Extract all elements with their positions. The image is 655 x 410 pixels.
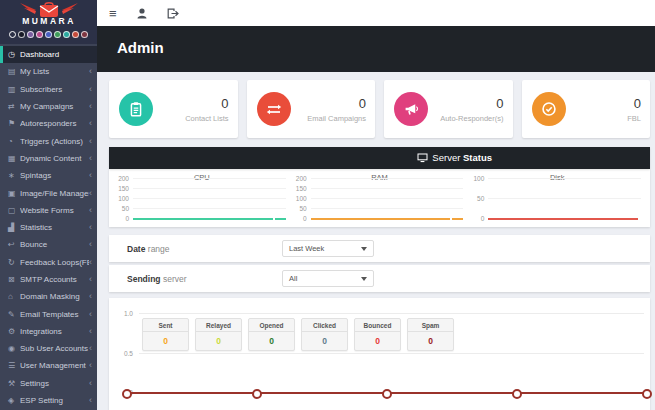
stat-label: Clicked [302,319,347,332]
gauge-icon: ◷ [8,50,20,59]
stat-box-opened[interactable]: Opened0 [248,318,295,351]
sidebar-item-label: Sub User Accounts [20,344,89,353]
card-fbl[interactable]: 0 FBL [522,80,651,138]
sidebar-item-label: SMTP Accounts [20,275,89,284]
sidebar-item-label: Autoresponders [20,119,89,128]
filters: Date range Last Week Sending server All [109,235,650,292]
card-contact-lists[interactable]: 0 Contact Lists [109,80,238,138]
chart-point[interactable] [512,389,522,399]
y-tick: 50 [113,205,129,212]
sending-server-label: Sending server [127,274,187,284]
users-icon: ☰ [8,361,20,370]
sidebar-item-website-forms[interactable]: ▢Website Forms [0,202,97,219]
chevron-left-icon [89,67,92,76]
sidebar-item-spintags[interactable]: ∗Spintags [0,167,97,184]
sidebar-item-esp-setting[interactable]: ◈ESP Setting [0,392,97,409]
megaphone-icon [394,92,428,126]
chart-point[interactable] [382,389,392,399]
ram-chart: RAM 200 150 100 50 0 [291,172,469,223]
sidebar-item-label: My Lists [20,67,89,76]
chevron-left-icon [89,119,92,128]
brand-logo[interactable]: MUMARA [0,0,97,44]
stats-boxes: Sent0 Relayed0 Opened0 Clicked0 Bounced0… [142,318,454,351]
stat-value: 0 [408,332,453,350]
contacts-icon: ▥ [8,85,20,94]
chart-point[interactable] [642,389,652,399]
stat-box-spam[interactable]: Spam0 [407,318,454,351]
stat-value: 0 [249,332,294,350]
card-value: 0 [428,96,504,111]
sidebar-item-sub-user-accounts[interactable]: ◉Sub User Accounts [0,340,97,357]
chart-point[interactable] [122,389,132,399]
clock-icon: ◔ [8,137,20,146]
stat-label: Relayed [196,319,241,332]
server-status-title: Server Status [432,152,492,163]
summary-cards: 0 Contact Lists 0 Email Campaigns 0 [109,80,650,138]
y-tick: 100 [113,195,129,202]
y-tick: 200 [113,175,129,182]
sidebar-item-autoresponders[interactable]: ⚑Autoresponders [0,115,97,132]
bar-chart-icon: ▟ [8,223,20,232]
sidebar-item-dynamic-content[interactable]: ▦Dynamic Content [0,150,97,167]
sidebar-item-bounce[interactable]: ↩Bounce [0,236,97,253]
color-swatch[interactable] [72,31,79,38]
stat-value: 0 [302,332,347,350]
date-range-select[interactable]: Last Week [282,240,374,257]
tools-icon: ⚒ [8,379,20,388]
sidebar-item-settings[interactable]: ⚒Settings [0,375,97,392]
sidebar-item-my-campaigns[interactable]: ⇄My Campaigns [0,98,97,115]
color-swatch[interactable] [45,31,52,38]
color-swatch[interactable] [27,31,34,38]
sidebar-item-label: Image/File Manager [20,189,89,198]
sidebar-item-subscribers[interactable]: ▥Subscribers [0,81,97,98]
chevron-left-icon [89,361,92,370]
sidebar-item-my-lists[interactable]: ▤My Lists [0,63,97,80]
color-swatch[interactable] [63,31,70,38]
user-icon[interactable] [137,8,147,19]
sidebar-menu: ◷Dashboard ▤My Lists ▥Subscribers ⇄My Ca… [0,46,97,409]
sidebar-item-user-management[interactable]: ☰User Management [0,357,97,374]
stat-box-relayed[interactable]: Relayed0 [195,318,242,351]
card-label: Contact Lists [153,114,229,123]
mumara-logo-icon: MUMARA [6,1,92,25]
color-swatch[interactable] [18,31,25,38]
sidebar-item-email-templates[interactable]: ✎Email Templates [0,305,97,322]
sidebar-item-label: Settings [20,379,89,388]
card-auto-responders[interactable]: 0 Auto-Responder(s) [384,80,513,138]
sidebar-item-integrations[interactable]: ⚙Integrations [0,323,97,340]
sidebar-item-label: Integrations [20,327,89,336]
stat-label: Bounced [355,319,400,332]
stat-box-clicked[interactable]: Clicked0 [301,318,348,351]
cpu-chart: CPU 200 150 100 50 0 [113,172,291,223]
sidebar-item-image-file-manager[interactable]: ▣Image/File Manager [0,184,97,201]
sidebar-item-smtp-accounts[interactable]: ⊠SMTP Accounts [0,271,97,288]
color-swatch[interactable] [9,31,16,38]
date-range-label: Date range [127,244,170,254]
chevron-left-icon [89,223,92,232]
sidebar-item-triggers[interactable]: ◔Triggers (Actions) [0,132,97,149]
color-swatch[interactable] [81,31,88,38]
mailbox-icon: ⊠ [8,275,20,284]
menu-icon[interactable]: ≡ [109,7,117,20]
stat-label: Sent [143,319,188,332]
ram-line-dash [452,218,463,220]
sending-server-select[interactable]: All [282,270,374,287]
sidebar-item-domain-masking[interactable]: ⌂Domain Masking [0,288,97,305]
sidebar-item-dashboard[interactable]: ◷Dashboard [0,46,97,63]
y-tick: 100 [291,195,307,202]
chart-point[interactable] [252,389,262,399]
sidebar-item-feedback-loops[interactable]: ↻Feedback Loops(FBL) [0,254,97,271]
stat-label: Spam [408,319,453,332]
color-swatch[interactable] [54,31,61,38]
card-email-campaigns[interactable]: 0 Email Campaigns [247,80,376,138]
logout-icon[interactable] [167,8,179,19]
page-title: Admin [97,26,655,72]
chevron-left-icon [89,344,92,353]
color-swatch[interactable] [36,31,43,38]
y-tick: 0.5 [113,350,133,357]
stat-box-sent[interactable]: Sent0 [142,318,189,351]
chevron-left-icon [89,206,92,215]
sidebar-item-label: Dashboard [20,50,92,59]
sidebar-item-statistics[interactable]: ▟Statistics [0,219,97,236]
stat-box-bounced[interactable]: Bounced0 [354,318,401,351]
